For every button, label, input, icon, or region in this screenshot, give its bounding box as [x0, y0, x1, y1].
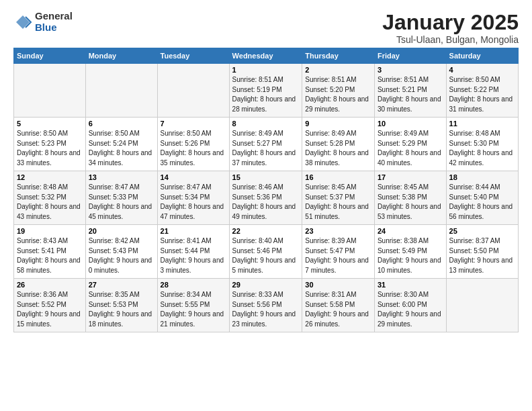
day-info: Sunrise: 8:49 AM Sunset: 5:28 PM Dayligh… — [305, 129, 371, 168]
logo-blue-label: Blue — [35, 22, 73, 34]
day-info: Sunrise: 8:49 AM Sunset: 5:29 PM Dayligh… — [378, 129, 443, 168]
col-saturday: Saturday — [446, 48, 518, 64]
week-row-4: 19Sunrise: 8:43 AM Sunset: 5:41 PM Dayli… — [14, 225, 519, 279]
day-number: 12 — [17, 173, 83, 181]
logo: General Blue — [13, 11, 73, 33]
day-number: 19 — [17, 227, 83, 235]
day-number: 24 — [378, 227, 443, 235]
col-sunday: Sunday — [14, 48, 86, 64]
day-cell: 6Sunrise: 8:50 AM Sunset: 5:24 PM Daylig… — [85, 118, 157, 171]
day-info: Sunrise: 8:38 AM Sunset: 5:49 PM Dayligh… — [378, 236, 443, 275]
day-cell: 17Sunrise: 8:45 AM Sunset: 5:38 PM Dayli… — [374, 171, 446, 225]
week-row-2: 5Sunrise: 8:50 AM Sunset: 5:23 PM Daylig… — [14, 118, 519, 171]
day-info: Sunrise: 8:41 AM Sunset: 5:44 PM Dayligh… — [161, 236, 226, 275]
day-info: Sunrise: 8:45 AM Sunset: 5:37 PM Dayligh… — [305, 183, 371, 222]
week-row-3: 12Sunrise: 8:48 AM Sunset: 5:32 PM Dayli… — [14, 171, 519, 225]
day-cell: 29Sunrise: 8:33 AM Sunset: 5:56 PM Dayli… — [229, 279, 302, 332]
day-info: Sunrise: 8:47 AM Sunset: 5:33 PM Dayligh… — [89, 183, 154, 222]
col-monday: Monday — [85, 48, 157, 64]
day-cell: 4Sunrise: 8:50 AM Sunset: 5:22 PM Daylig… — [446, 64, 518, 118]
day-cell — [157, 64, 229, 118]
day-info: Sunrise: 8:48 AM Sunset: 5:30 PM Dayligh… — [449, 129, 515, 168]
day-cell: 5Sunrise: 8:50 AM Sunset: 5:23 PM Daylig… — [14, 118, 86, 171]
day-cell — [85, 64, 157, 118]
day-info: Sunrise: 8:44 AM Sunset: 5:40 PM Dayligh… — [449, 183, 515, 222]
day-number: 13 — [89, 173, 154, 181]
day-info: Sunrise: 8:51 AM Sunset: 5:21 PM Dayligh… — [378, 75, 443, 114]
day-number: 29 — [232, 281, 300, 289]
day-cell: 8Sunrise: 8:49 AM Sunset: 5:27 PM Daylig… — [229, 118, 302, 171]
day-number: 27 — [89, 281, 154, 289]
day-info: Sunrise: 8:46 AM Sunset: 5:36 PM Dayligh… — [232, 183, 300, 222]
day-info: Sunrise: 8:49 AM Sunset: 5:27 PM Dayligh… — [232, 129, 300, 168]
day-info: Sunrise: 8:33 AM Sunset: 5:56 PM Dayligh… — [232, 290, 300, 329]
day-info: Sunrise: 8:42 AM Sunset: 5:43 PM Dayligh… — [89, 236, 154, 275]
logo-general-label: General — [35, 11, 73, 22]
day-cell: 1Sunrise: 8:51 AM Sunset: 5:19 PM Daylig… — [229, 64, 302, 118]
day-cell: 3Sunrise: 8:51 AM Sunset: 5:21 PM Daylig… — [374, 64, 446, 118]
day-info: Sunrise: 8:36 AM Sunset: 5:52 PM Dayligh… — [17, 290, 83, 329]
day-cell: 31Sunrise: 8:30 AM Sunset: 6:00 PM Dayli… — [374, 279, 446, 332]
day-info: Sunrise: 8:30 AM Sunset: 6:00 PM Dayligh… — [378, 290, 443, 329]
day-cell: 14Sunrise: 8:47 AM Sunset: 5:34 PM Dayli… — [157, 171, 229, 225]
day-info: Sunrise: 8:50 AM Sunset: 5:22 PM Dayligh… — [449, 75, 515, 114]
day-info: Sunrise: 8:40 AM Sunset: 5:46 PM Dayligh… — [232, 236, 300, 275]
day-number: 9 — [305, 120, 371, 128]
day-number: 30 — [305, 281, 371, 289]
day-number: 11 — [449, 120, 515, 128]
day-number: 23 — [305, 227, 371, 235]
day-cell: 22Sunrise: 8:40 AM Sunset: 5:46 PM Dayli… — [229, 225, 302, 279]
day-info: Sunrise: 8:50 AM Sunset: 5:24 PM Dayligh… — [89, 129, 154, 168]
week-row-1: 1Sunrise: 8:51 AM Sunset: 5:19 PM Daylig… — [14, 64, 519, 118]
day-info: Sunrise: 8:51 AM Sunset: 5:20 PM Dayligh… — [305, 75, 371, 114]
day-info: Sunrise: 8:34 AM Sunset: 5:55 PM Dayligh… — [161, 290, 226, 329]
day-number: 5 — [17, 120, 83, 128]
day-cell: 19Sunrise: 8:43 AM Sunset: 5:41 PM Dayli… — [14, 225, 86, 279]
day-number: 28 — [161, 281, 226, 289]
day-number: 8 — [232, 120, 300, 128]
day-number: 22 — [232, 227, 300, 235]
day-info: Sunrise: 8:37 AM Sunset: 5:50 PM Dayligh… — [449, 236, 515, 275]
day-number: 25 — [449, 227, 515, 235]
day-number: 18 — [449, 173, 515, 181]
day-cell: 23Sunrise: 8:39 AM Sunset: 5:47 PM Dayli… — [302, 225, 375, 279]
day-number: 7 — [161, 120, 226, 128]
day-cell: 21Sunrise: 8:41 AM Sunset: 5:44 PM Dayli… — [157, 225, 229, 279]
day-info: Sunrise: 8:50 AM Sunset: 5:23 PM Dayligh… — [17, 129, 83, 168]
col-wednesday: Wednesday — [229, 48, 302, 64]
day-number: 6 — [89, 120, 154, 128]
day-number: 3 — [378, 66, 443, 74]
day-info: Sunrise: 8:43 AM Sunset: 5:41 PM Dayligh… — [17, 236, 83, 275]
day-cell — [446, 279, 518, 332]
day-info: Sunrise: 8:50 AM Sunset: 5:26 PM Dayligh… — [161, 129, 226, 168]
day-number: 17 — [378, 173, 443, 181]
page: General Blue January 2025 Tsul-Ulaan, Bu… — [0, 0, 532, 339]
logo-icon — [13, 13, 32, 32]
day-cell: 2Sunrise: 8:51 AM Sunset: 5:20 PM Daylig… — [302, 64, 375, 118]
day-number: 16 — [305, 173, 371, 181]
month-title: January 2025 — [382, 11, 519, 34]
day-cell: 20Sunrise: 8:42 AM Sunset: 5:43 PM Dayli… — [85, 225, 157, 279]
day-number: 2 — [305, 66, 371, 74]
day-info: Sunrise: 8:45 AM Sunset: 5:38 PM Dayligh… — [378, 183, 443, 222]
day-number: 14 — [161, 173, 226, 181]
day-number: 4 — [449, 66, 515, 74]
day-cell: 24Sunrise: 8:38 AM Sunset: 5:49 PM Dayli… — [374, 225, 446, 279]
week-row-5: 26Sunrise: 8:36 AM Sunset: 5:52 PM Dayli… — [14, 279, 519, 332]
day-cell: 7Sunrise: 8:50 AM Sunset: 5:26 PM Daylig… — [157, 118, 229, 171]
day-number: 21 — [161, 227, 226, 235]
day-number: 15 — [232, 173, 300, 181]
col-thursday: Thursday — [302, 48, 375, 64]
col-friday: Friday — [374, 48, 446, 64]
day-cell: 25Sunrise: 8:37 AM Sunset: 5:50 PM Dayli… — [446, 225, 518, 279]
day-info: Sunrise: 8:31 AM Sunset: 5:58 PM Dayligh… — [305, 290, 371, 329]
day-cell: 9Sunrise: 8:49 AM Sunset: 5:28 PM Daylig… — [302, 118, 375, 171]
day-cell: 16Sunrise: 8:45 AM Sunset: 5:37 PM Dayli… — [302, 171, 375, 225]
day-number: 1 — [232, 66, 300, 74]
day-cell: 13Sunrise: 8:47 AM Sunset: 5:33 PM Dayli… — [85, 171, 157, 225]
day-cell: 18Sunrise: 8:44 AM Sunset: 5:40 PM Dayli… — [446, 171, 518, 225]
calendar-body: 1Sunrise: 8:51 AM Sunset: 5:19 PM Daylig… — [14, 64, 519, 332]
day-number: 10 — [378, 120, 443, 128]
title-block: January 2025 Tsul-Ulaan, Bulgan, Mongoli… — [382, 11, 519, 45]
day-cell: 28Sunrise: 8:34 AM Sunset: 5:55 PM Dayli… — [157, 279, 229, 332]
